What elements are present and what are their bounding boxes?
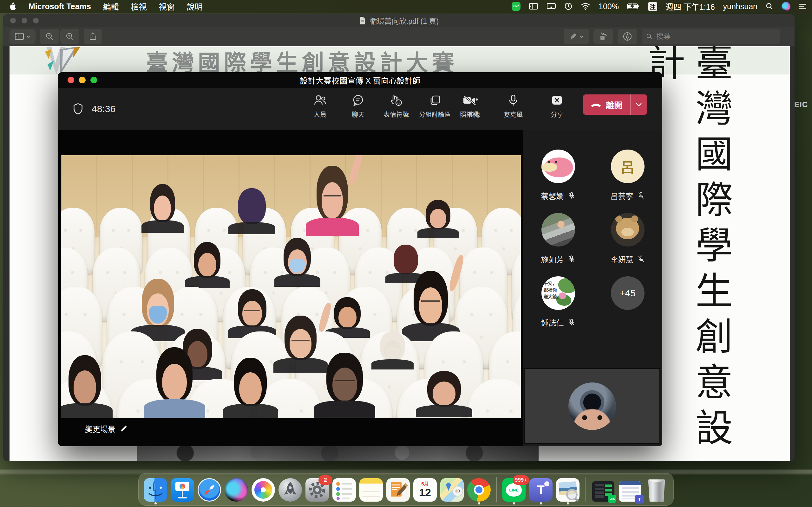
- time-machine-icon[interactable]: [564, 2, 572, 10]
- dock-item-launchpad[interactable]: [278, 478, 302, 502]
- running-indicator: [513, 502, 515, 504]
- participant-tile[interactable]: 午安， 祝福你 賺大錢。 鍾誌仁: [541, 276, 575, 327]
- competition-logo: [41, 47, 114, 74]
- leave-button[interactable]: 離開: [583, 95, 647, 115]
- dock-item-siri[interactable]: [224, 478, 248, 502]
- shield-icon: [72, 103, 84, 115]
- markup-button[interactable]: [618, 29, 637, 44]
- reactions-button[interactable]: 表情符號: [378, 93, 414, 121]
- teams-traffic-lights[interactable]: [67, 77, 97, 83]
- notes-icon: [359, 478, 383, 502]
- dock-item-calendar[interactable]: 5月 12: [413, 478, 437, 502]
- teams-app-icon: T: [529, 478, 553, 502]
- meeting-title: 設計大賽校園宣傳 X 萬向心設計師: [300, 74, 420, 86]
- mic-muted-icon: [637, 192, 645, 199]
- attendee: [311, 166, 353, 234]
- zoom-window-button[interactable]: [90, 77, 97, 83]
- mic-button[interactable]: 麥克風: [496, 93, 531, 121]
- dock-item-finder[interactable]: [144, 478, 167, 502]
- stop-share-button[interactable]: 分享: [539, 93, 575, 121]
- participant-overflow-tile[interactable]: +45: [611, 276, 645, 327]
- sidebar-status-icon[interactable]: [529, 3, 538, 10]
- menu-app-name[interactable]: Microsoft Teams: [29, 2, 91, 11]
- dock-item-preview[interactable]: [556, 478, 579, 502]
- dock-item-safari[interactable]: [198, 478, 221, 502]
- spotlight-search-icon[interactable]: [766, 3, 773, 10]
- menu-bar: Microsoft Teams 編輯 檢視 視窗 說明 LINE 100% 注 …: [0, 0, 812, 13]
- highlight-button[interactable]: [564, 29, 589, 44]
- change-scene-button[interactable]: 變更場景: [85, 423, 128, 434]
- input-source-badge[interactable]: 注: [648, 2, 657, 11]
- minimize-window-button[interactable]: [79, 77, 86, 83]
- dock-item-teams[interactable]: T: [529, 478, 553, 502]
- participant-tile[interactable]: 李妍慧: [611, 213, 645, 264]
- share-button[interactable]: [84, 29, 102, 44]
- menu-item-edit[interactable]: 編輯: [103, 1, 119, 12]
- dock-item-maps[interactable]: 3D: [440, 478, 464, 502]
- leave-label: 離開: [606, 99, 622, 111]
- pdf-search-input[interactable]: [656, 32, 775, 41]
- attendee: [408, 271, 453, 339]
- dock-item-chrome[interactable]: [467, 478, 491, 502]
- dock-item-pages[interactable]: [386, 478, 410, 502]
- mic-muted-icon: [568, 319, 575, 326]
- running-indicator: [478, 502, 480, 504]
- keynote-icon: [171, 478, 194, 502]
- dock-item-keynote[interactable]: [171, 478, 194, 502]
- chat-button[interactable]: 聊天: [340, 93, 376, 121]
- attendee: [280, 238, 315, 285]
- trash-icon: [647, 480, 666, 502]
- dock-item-minimized-browser-window[interactable]: T: [618, 478, 641, 502]
- breakout-rooms-button[interactable]: 分組討論區: [416, 93, 453, 121]
- dock-item-trash[interactable]: [645, 480, 668, 502]
- teams-window: 設計大賽校園宣傳 X 萬向心設計師 48:36 人員 聊天 表情符號: [58, 72, 662, 446]
- dock-divider: [496, 477, 497, 502]
- dock-item-photos[interactable]: [252, 478, 275, 502]
- participant-tile[interactable]: 蔡馨嫺: [541, 150, 575, 200]
- leave-options-chevron[interactable]: [630, 95, 647, 115]
- preview-traffic-lights[interactable]: [10, 18, 39, 23]
- attendee: [422, 200, 454, 237]
- participant-tile[interactable]: 呂 呂芸寧: [611, 150, 645, 200]
- zoom-out-button[interactable]: [40, 29, 59, 44]
- dock-item-settings[interactable]: 2: [305, 478, 329, 502]
- pdf-search-field[interactable]: [642, 29, 780, 44]
- battery-percent: 100%: [599, 2, 619, 11]
- menu-datetime[interactable]: 週四 下午1:16: [665, 1, 715, 12]
- camera-button[interactable]: 照相機: [452, 93, 487, 121]
- line-status-icon[interactable]: LINE: [512, 2, 520, 11]
- self-video-tile[interactable]: [524, 368, 660, 444]
- dock-item-notes[interactable]: [359, 478, 383, 502]
- calendar-icon: 5月 12: [413, 478, 437, 502]
- participant-tile[interactable]: 施如芳: [541, 213, 575, 264]
- reminders-icon: [333, 478, 356, 502]
- rotate-button[interactable]: [594, 29, 613, 44]
- meeting-stage: 變更場景: [60, 130, 523, 446]
- participant-name: 鍾誌仁: [541, 317, 564, 328]
- teams-titlebar[interactable]: 設計大賽校園宣傳 X 萬向心設計師: [58, 72, 662, 88]
- wifi-icon[interactable]: [581, 3, 590, 10]
- overflow-count[interactable]: +45: [611, 276, 645, 310]
- zoom-in-button[interactable]: [60, 29, 79, 44]
- screen-mirroring-icon[interactable]: [547, 3, 556, 10]
- line-badge: 999+: [513, 475, 529, 485]
- menu-item-window[interactable]: 視窗: [159, 1, 175, 12]
- reactions-label: 表情符號: [384, 110, 409, 119]
- apple-icon[interactable]: [9, 2, 16, 11]
- battery-icon: [627, 3, 640, 10]
- dock-item-line[interactable]: LINE 999+: [502, 478, 525, 502]
- siri-icon[interactable]: [781, 2, 791, 11]
- people-button[interactable]: 人員: [302, 93, 338, 121]
- control-center-icon[interactable]: [799, 3, 807, 10]
- menu-item-help[interactable]: 說明: [187, 1, 203, 12]
- close-window-button[interactable]: [67, 77, 74, 83]
- sidebar-toggle-button[interactable]: [9, 29, 36, 44]
- dock-item-minimized-line-window[interactable]: LINE: [591, 478, 614, 502]
- preview-titlebar[interactable]: 循環萬向欣.pdf (1 頁): [3, 14, 795, 27]
- menu-username[interactable]: yunhsuan: [723, 2, 757, 11]
- line-app-icon: LINE 999+: [502, 478, 525, 502]
- dock-item-reminders[interactable]: [333, 478, 356, 502]
- attendee: [229, 358, 272, 418]
- menu-item-view[interactable]: 檢視: [131, 1, 147, 12]
- meeting-toolbar: 48:36 人員 聊天 表情符號 分組討論區 其他: [58, 88, 662, 130]
